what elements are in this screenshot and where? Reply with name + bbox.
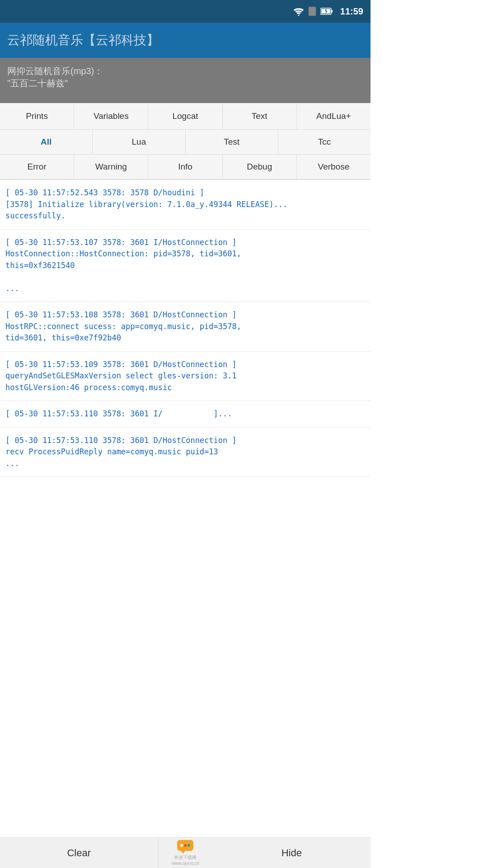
- battery-icon: [320, 7, 333, 16]
- tabs-row1: Prints Variables Logcat Text AndLua+: [0, 103, 371, 130]
- tab-test[interactable]: Test: [186, 130, 278, 154]
- svg-rect-3: [331, 10, 333, 13]
- tab-info[interactable]: Info: [148, 155, 222, 179]
- log-entry-2: [ 05-30 11:57:53.108 3578: 3601 D/HostCo…: [0, 302, 371, 352]
- chat-icon: [177, 840, 193, 854]
- bottom-bar: Clear 奇游下载网www.qiyou.cn Hide: [0, 837, 371, 868]
- tabs-row2: All Lua Test Tcc: [0, 130, 371, 155]
- log-entry-5: [ 05-30 11:57:53.110 3578: 3601 D/HostCo…: [0, 428, 371, 477]
- svg-point-7: [180, 844, 183, 847]
- app-title: 云祁随机音乐【云祁科技】: [7, 33, 159, 47]
- svg-marker-6: [181, 851, 185, 854]
- tab-andlua[interactable]: AndLua+: [297, 103, 371, 129]
- tabs-row3: Error Warning Info Debug Verbose: [0, 155, 371, 180]
- status-icons: 11:59: [293, 6, 363, 17]
- hide-button[interactable]: Hide: [213, 838, 371, 868]
- log-content: [ 05-30 11:57:52.543 3578: 3578 D/houdin…: [0, 180, 371, 509]
- subtitle-line1: 网抑云随机音乐(mp3)：: [7, 65, 363, 77]
- log-entry-3: [ 05-30 11:57:53.109 3578: 3601 D/HostCo…: [0, 352, 371, 401]
- clear-button[interactable]: Clear: [0, 838, 159, 868]
- watermark-area: 奇游下载网www.qiyou.cn: [159, 838, 213, 868]
- status-bar: 11:59: [0, 0, 371, 23]
- tab-debug[interactable]: Debug: [223, 155, 297, 179]
- svg-point-9: [188, 844, 190, 847]
- sim-icon: [308, 7, 317, 16]
- tab-logcat[interactable]: Logcat: [148, 103, 222, 129]
- title-bar: 云祁随机音乐【云祁科技】: [0, 23, 371, 58]
- status-time: 11:59: [340, 6, 363, 17]
- tab-warning[interactable]: Warning: [74, 155, 148, 179]
- svg-point-0: [298, 15, 299, 16]
- tab-error[interactable]: Error: [0, 155, 74, 179]
- svg-point-8: [184, 844, 187, 847]
- subtitle-area: 网抑云随机音乐(mp3)： "五百二十赫兹": [0, 58, 371, 103]
- tab-prints[interactable]: Prints: [0, 103, 74, 129]
- log-entry-4: [ 05-30 11:57:53.110 3578: 3601 I/ ]...: [0, 401, 371, 428]
- log-entry-1: [ 05-30 11:57:53.107 3578: 3601 I/HostCo…: [0, 230, 371, 302]
- watermark-text: 奇游下载网www.qiyou.cn: [172, 854, 199, 866]
- tab-tcc[interactable]: Tcc: [278, 130, 371, 154]
- svg-rect-1: [309, 7, 316, 16]
- subtitle-line2: "五百二十赫兹": [7, 77, 363, 90]
- tab-all[interactable]: All: [0, 130, 93, 154]
- tab-text[interactable]: Text: [223, 103, 297, 129]
- log-entry-0: [ 05-30 11:57:52.543 3578: 3578 D/houdin…: [0, 180, 371, 230]
- tab-verbose[interactable]: Verbose: [297, 155, 371, 179]
- tab-variables[interactable]: Variables: [74, 103, 148, 129]
- wifi-icon: [293, 7, 304, 16]
- tab-lua[interactable]: Lua: [93, 130, 185, 154]
